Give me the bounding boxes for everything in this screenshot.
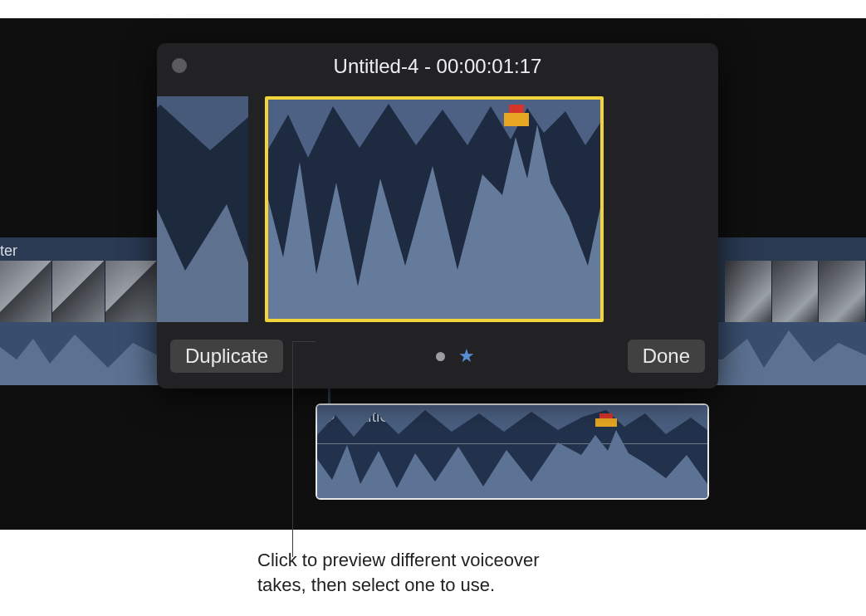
take-scrubber[interactable] <box>157 96 718 327</box>
audition-popover: Untitled-4 - 00:00:01:17 <box>157 43 718 389</box>
video-thumbnail <box>819 261 866 322</box>
popover-titlebar[interactable]: Untitled-4 - 00:00:01:17 <box>157 43 718 86</box>
video-thumbnail <box>52 261 105 322</box>
clip-label-partial: ter <box>0 242 17 260</box>
done-button[interactable]: Done <box>628 340 705 373</box>
voiceover-clip-waveform <box>317 405 709 500</box>
svg-rect-0 <box>595 418 617 427</box>
take-dot-unselected[interactable] <box>436 352 445 361</box>
callout-leader-line <box>292 341 293 557</box>
callout-text: Click to preview different voiceover tak… <box>257 548 540 597</box>
star-icon[interactable]: ★ <box>458 345 475 367</box>
close-window-dot[interactable] <box>172 58 187 73</box>
svg-rect-5 <box>509 105 524 113</box>
duplicate-button[interactable]: Duplicate <box>170 340 283 373</box>
popover-title: Untitled-4 - 00:00:01:17 <box>157 43 718 78</box>
callout-line-1: Click to preview different voiceover <box>257 548 540 573</box>
take-thumbnail-selected[interactable] <box>265 96 604 322</box>
clip-thumbnails-left <box>0 261 158 322</box>
svg-rect-4 <box>504 113 529 126</box>
voiceover-clip[interactable]: Untitled-4 <box>316 403 709 500</box>
video-thumbnail <box>105 261 158 322</box>
clip-thumbnails-right <box>725 261 866 322</box>
app-background: ter Untitled-4 <box>0 18 866 530</box>
video-thumbnail <box>725 261 772 322</box>
callout-line-2: takes, then select one to use. <box>257 573 540 598</box>
video-thumbnail <box>0 261 52 322</box>
take-thumbnail-previous[interactable] <box>157 96 248 322</box>
take-indicator[interactable]: ★ <box>436 345 475 367</box>
video-thumbnail <box>772 261 820 322</box>
svg-rect-1 <box>599 413 613 418</box>
clip-connector <box>328 386 330 403</box>
